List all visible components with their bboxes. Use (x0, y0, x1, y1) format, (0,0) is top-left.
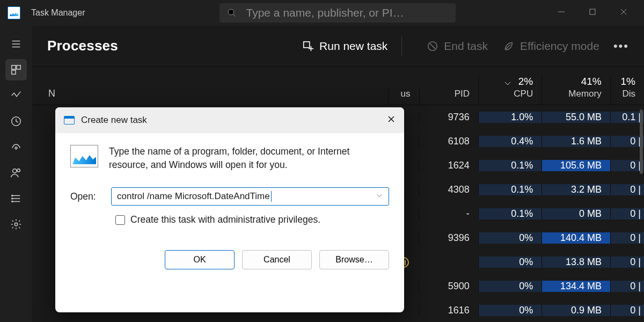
pid-cell: 9396 (419, 232, 478, 244)
memory-cell: 134.4 MB (541, 281, 610, 292)
efficiency-mode-button: Efficiency mode (503, 40, 599, 53)
sidebar (0, 26, 32, 322)
cpu-cell: 1.0% (478, 112, 541, 123)
open-label: Open: (70, 191, 104, 202)
run-dialog-large-icon (70, 145, 98, 167)
disk-cell: 0.1 | (610, 112, 644, 123)
svg-point-13 (15, 147, 17, 149)
pid-cell: 9736 (419, 112, 478, 123)
svg-rect-3 (590, 9, 595, 14)
cpu-cell: 0% (478, 305, 541, 316)
toolbar-divider (401, 36, 402, 56)
svg-point-15 (17, 169, 20, 172)
column-memory[interactable]: 41%Memory (541, 76, 610, 105)
nav-processes[interactable] (5, 59, 27, 80)
cancel-button[interactable]: Cancel (242, 250, 312, 269)
disk-cell: 0 | (610, 184, 644, 195)
svg-line-1 (233, 14, 236, 17)
memory-cell: 140.4 MB (541, 232, 610, 244)
table-header: N us PID 2%CPU 41%Memory 1%Dis (32, 67, 644, 105)
nav-details[interactable] (5, 188, 27, 209)
end-task-icon (427, 40, 438, 52)
nav-services[interactable] (5, 214, 27, 235)
leaf-icon (503, 40, 515, 52)
pid-cell: 6108 (419, 136, 478, 147)
cpu-cell: 0.1% (478, 208, 541, 219)
search-icon (227, 8, 237, 18)
admin-privileges-checkbox[interactable] (115, 215, 125, 225)
column-disk[interactable]: 1%Dis (610, 76, 644, 105)
minimize-button[interactable] (557, 8, 566, 18)
svg-point-22 (14, 223, 18, 226)
maximize-button[interactable] (588, 8, 597, 18)
nav-app-history[interactable] (5, 111, 27, 132)
svg-rect-23 (304, 41, 310, 47)
disk-cell: 0 | (610, 160, 644, 171)
pid-cell: 1624 (419, 160, 478, 171)
nav-users[interactable] (5, 162, 27, 184)
column-cpu[interactable]: 2%CPU (478, 76, 541, 105)
search-placeholder: Type a name, publisher, or PI… (246, 6, 404, 19)
pid-cell: - (419, 208, 478, 219)
memory-cell: 13.8 MB (541, 257, 610, 268)
pid-cell: 4308 (419, 184, 478, 195)
scrollbar[interactable] (640, 109, 643, 174)
search-input[interactable]: Type a name, publisher, or PI… (219, 3, 456, 23)
chevron-down-icon (503, 79, 512, 90)
cpu-cell: 0.4% (478, 136, 541, 147)
dialog-titlebar: Create new task (55, 107, 404, 133)
run-task-icon (302, 40, 314, 52)
close-button[interactable] (619, 8, 628, 18)
run-dialog-icon (64, 116, 75, 125)
window-controls (557, 8, 640, 18)
open-combobox[interactable]: control /name Microsoft.DateAndTime (111, 187, 389, 206)
memory-cell: 55.0 MB (541, 112, 610, 123)
dialog-title: Create new task (81, 115, 147, 126)
disk-cell: 0 | (610, 232, 644, 244)
chevron-down-icon[interactable] (376, 191, 383, 202)
app-title: Task Manager (31, 8, 85, 18)
end-task-button: End task (427, 40, 488, 53)
open-field-value: control /name Microsoft.DateAndTime (117, 191, 272, 202)
pid-cell: 1616 (419, 305, 478, 316)
memory-cell: 1.6 MB (541, 136, 610, 147)
hamburger-menu-button[interactable] (5, 33, 27, 55)
memory-cell: 105.6 MB (541, 160, 610, 171)
ok-button[interactable]: OK (165, 250, 235, 269)
memory-cell: 3.2 MB (541, 184, 610, 195)
memory-cell: 0.9 MB (541, 305, 610, 316)
column-pid[interactable]: PID (419, 87, 479, 105)
svg-point-14 (13, 169, 17, 173)
run-new-task-button[interactable]: Run new task (302, 40, 387, 53)
disk-cell: 0 | (610, 305, 644, 316)
nav-performance[interactable] (5, 85, 27, 106)
cpu-cell: 0.1% (478, 184, 541, 195)
disk-cell: 0 | (610, 208, 644, 219)
nav-startup[interactable] (5, 136, 27, 158)
admin-privileges-label: Create this task with administrative pri… (130, 214, 320, 225)
cpu-cell: 0.1% (478, 160, 541, 171)
toolbar: Processes Run new task End task Efficien… (32, 26, 644, 67)
pid-cell: 5900 (419, 281, 478, 292)
disk-cell: 0 | (610, 281, 644, 292)
memory-cell: 0 MB (541, 208, 610, 219)
svg-rect-11 (12, 70, 16, 74)
page-title: Processes (47, 38, 118, 54)
browse-button[interactable]: Browse… (319, 250, 389, 269)
task-manager-app-icon (8, 6, 20, 19)
more-options-button[interactable]: ••• (613, 39, 629, 53)
cpu-cell: 0% (478, 257, 541, 268)
svg-rect-10 (17, 65, 20, 69)
svg-line-27 (430, 43, 435, 48)
titlebar: Task Manager Type a name, publisher, or … (0, 0, 644, 26)
cpu-cell: 0% (478, 281, 541, 292)
disk-cell: 0 | (610, 257, 644, 268)
column-status[interactable]: us (388, 87, 419, 105)
column-name[interactable]: N (32, 88, 388, 105)
dialog-description: Type the name of a program, folder, docu… (109, 145, 389, 171)
disk-cell: 0 | (610, 136, 644, 147)
svg-rect-9 (12, 65, 16, 69)
create-new-task-dialog: Create new task Type the name of a progr… (55, 107, 404, 312)
cpu-cell: 0% (478, 232, 541, 244)
dialog-close-button[interactable] (387, 115, 396, 126)
